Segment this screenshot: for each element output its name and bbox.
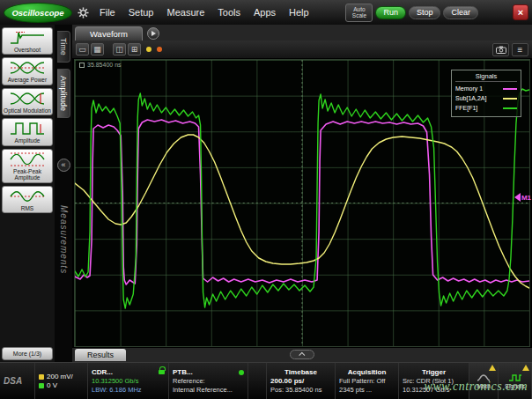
channel-panel[interactable]: 200 mV/ 0 V	[35, 363, 88, 399]
toolbar-right: ≡	[492, 43, 528, 56]
auto-scale-button[interactable]: Auto Scale	[345, 4, 373, 22]
cdr-title: CDR...	[92, 368, 113, 376]
measurement-overshoot-button[interactable]: Overshoot	[2, 27, 53, 55]
channel-scale-chip	[39, 374, 44, 380]
signals-button[interactable]: Signals	[499, 363, 532, 399]
ptb-panel[interactable]: PTB... Reference: Internal Reference...	[169, 363, 248, 399]
average-power-icon	[8, 60, 47, 76]
timebase-scale: 200.00 ps/	[270, 377, 331, 385]
math-icon	[477, 373, 491, 382]
cdr-loop-bandwidth: LBW: 6.186 MHz	[92, 386, 165, 394]
results-bar: Results	[72, 348, 532, 362]
ptb-reference-value: Internal Reference...	[173, 386, 244, 394]
measurements-panel: Overshoot Average Power Optical Modulati…	[0, 25, 55, 362]
app-logo-text: Oscilloscope	[11, 8, 63, 18]
legend-label: Sub[1A,2A]	[455, 93, 486, 103]
acquisition-points: 2345 pts ...	[339, 386, 395, 394]
camera-icon	[496, 46, 506, 54]
signals-label: Signals	[505, 383, 525, 389]
legend-swatch-ffe	[503, 107, 517, 109]
timebase-title: Timebase	[270, 368, 331, 376]
measurement-label: Overshoot	[14, 47, 41, 53]
gear-icon[interactable]	[78, 7, 89, 18]
menu-measure[interactable]: Measure	[166, 7, 204, 18]
math-button[interactable]: Math	[469, 363, 499, 399]
ptb-reference-label: Reference:	[173, 377, 244, 385]
position-readout: 35.85400 ns	[79, 62, 122, 68]
close-button[interactable]: ×	[513, 4, 528, 20]
measurement-average-power-button[interactable]: Average Power	[2, 57, 53, 85]
workspace-tab-bar: Waveform	[72, 25, 532, 41]
measurement-peak-peak-amplitude-button[interactable]: Peak-Peak Amplitude	[2, 149, 53, 183]
measurement-optical-modulation-button[interactable]: Optical Modulation	[2, 88, 53, 115]
oscilloscope-app: Oscilloscope File Setup Measure Tools Ap…	[0, 0, 532, 399]
measurements-tab-strip: Time Amplitude « Measurements	[55, 25, 72, 362]
acquisition-panel[interactable]: Acquisition Full Pattern: Off 2345 pts .…	[336, 363, 399, 399]
menu-bar: Oscilloscope File Setup Measure Tools Ap…	[0, 0, 532, 25]
status-bar: DSA 200 mV/ 0 V CDR... 10.312500 Gb/s LB…	[0, 362, 532, 399]
menu-tools[interactable]: Tools	[218, 7, 240, 18]
measurement-amplitude-button[interactable]: Amplitude	[2, 118, 53, 145]
waveform-graticule: 35.85400 ns Signals Memory 1 Sub[1A,2A] …	[74, 59, 530, 347]
ptb-title: PTB...	[173, 368, 193, 376]
menu-items: File Setup Measure Tools Apps Help	[100, 7, 309, 18]
signals-legend: Signals Memory 1 Sub[1A,2A] FFE[F1]	[451, 70, 521, 117]
menu-apps[interactable]: Apps	[254, 7, 276, 18]
trigger-source: Src: CDR (Slot 1)	[403, 377, 465, 385]
collapse-results-button[interactable]	[290, 350, 314, 359]
layout-quad-button[interactable]: ⊞	[128, 43, 141, 55]
clear-button[interactable]: Clear	[443, 6, 478, 19]
layout-single-button[interactable]: ▭	[76, 43, 89, 55]
stop-button[interactable]: Stop	[409, 6, 441, 19]
channel-scale-value: 200 mV/	[47, 373, 73, 381]
camera-button[interactable]	[492, 43, 509, 56]
tab-waveform[interactable]: Waveform	[75, 26, 143, 41]
measurements-panel-title: Measurements	[59, 205, 69, 274]
channel-offset-value: 0 V	[47, 381, 57, 389]
legend-title: Signals	[455, 72, 517, 82]
menu-help[interactable]: Help	[289, 7, 309, 18]
more-measurements-button[interactable]: More (1/3)	[2, 347, 53, 360]
display-menu-button[interactable]: ≡	[512, 43, 528, 56]
ptb-status-icon	[239, 370, 244, 375]
cdr-rate: 10.312500 Gb/s	[92, 377, 165, 385]
timebase-panel[interactable]: Timebase 200.00 ps/ Pos: 35.85400 ns	[267, 363, 336, 399]
legend-swatch-memory1	[503, 88, 517, 90]
measurement-label: Amplitude	[15, 137, 41, 144]
menu-setup[interactable]: Setup	[129, 7, 154, 18]
marker-m1-label: M1	[521, 194, 531, 202]
layout-split-button[interactable]: ◫	[113, 43, 126, 55]
tab-amplitude[interactable]: Amplitude	[57, 69, 70, 118]
collapse-panel-button[interactable]: «	[57, 159, 70, 172]
marker-m1[interactable]: M1	[514, 193, 531, 202]
measurement-label: Average Power	[8, 77, 47, 83]
timebase-position-icon	[79, 63, 85, 68]
status-bar-spacer	[248, 363, 267, 399]
channel-offset-chip	[39, 383, 44, 388]
menu-file[interactable]: File	[100, 7, 115, 18]
cdr-panel[interactable]: CDR... 10.312500 Gb/s LBW: 6.186 MHz	[88, 363, 169, 399]
channel-scale-row: 200 mV/	[39, 373, 84, 381]
marker-m1-arrow-icon	[514, 193, 521, 202]
trigger-rate: 10.312507 Gb/s	[403, 386, 465, 394]
channel-offset-row: 0 V	[39, 381, 84, 389]
legend-label: Memory 1	[455, 84, 483, 93]
trigger-panel[interactable]: Trigger Src: CDR (Slot 1) 10.312507 Gb/s	[399, 363, 469, 399]
math-label: Math	[477, 383, 491, 389]
play-button[interactable]	[147, 27, 159, 40]
run-button[interactable]: Run	[375, 6, 406, 19]
legend-row-memory1: Memory 1	[455, 84, 517, 93]
acquisition-pattern: Full Pattern: Off	[339, 377, 395, 385]
legend-row-sub: Sub[1A,2A]	[455, 93, 517, 103]
tab-time[interactable]: Time	[57, 31, 70, 63]
run-controls: Auto Scale Run Stop Clear ×	[345, 4, 528, 22]
overshoot-icon	[8, 30, 47, 46]
layout-grid-button[interactable]: ▦	[91, 43, 104, 55]
dsa-logo: DSA	[4, 376, 22, 386]
warning-icon	[489, 365, 496, 371]
measurement-rms-button[interactable]: RMS	[2, 186, 53, 213]
tab-results[interactable]: Results	[75, 349, 126, 361]
workspace: Waveform ▭ ▦ ◫ ⊞ ≡	[72, 25, 532, 362]
legend-row-ffe: FFE[F1]	[455, 103, 517, 113]
measurement-label: RMS	[21, 205, 33, 211]
